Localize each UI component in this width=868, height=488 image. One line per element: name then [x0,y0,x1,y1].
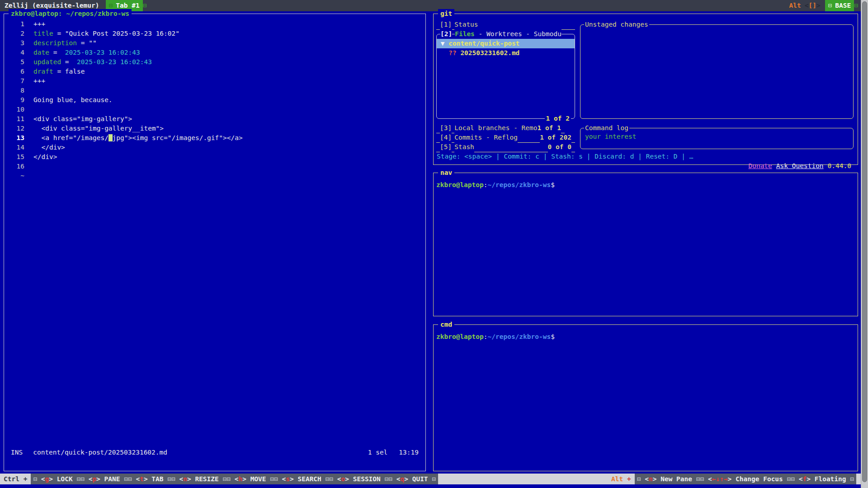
window-scrollbar[interactable] [861,0,868,488]
keybind-key: t [140,475,144,483]
line-number: 2 [8,29,24,38]
line-text: draft = false [33,67,85,76]
scrollbar-thumb[interactable] [862,1,867,482]
keybind-key: f [803,475,807,483]
editor-empty-line: ~ [4,171,425,181]
keybind-move[interactable]: <h> MOVE [231,474,270,484]
keybind-key: s [286,475,290,483]
git-section-status-index: [1] [440,20,452,29]
keybind-key: q [400,475,404,483]
keybind-key: n [649,475,653,483]
editor-line[interactable]: 3description = "" [4,38,425,48]
keybind-new-pane[interactable]: <n> New Pane [641,474,696,484]
keybind-change-focus[interactable]: <←↓↑→> Change Focus [704,474,787,484]
keybind-key: n [183,475,187,483]
git-section-status[interactable]: [1]Status [436,20,575,29]
separator-icon: ⊟ [700,474,704,484]
git-section-stash[interactable]: [5]Stash0 of 0 [436,142,575,152]
git-files-panel[interactable]: [2]Files - Worktrees - Submodu ▼ content… [436,34,575,119]
editor-line[interactable]: 2title = "Quick Post 2025-03-23 16:02" [4,29,425,38]
prompt-path: ~/repos/zkbro-ws [488,181,551,188]
editor-line[interactable]: 5updated = 2025-03-23 16:02:43 [4,57,425,67]
separator-icon: ⊟ [791,474,795,484]
git-file-tree-dir[interactable]: ▼ content/quick-post [437,39,575,48]
git-section-commits[interactable]: [4]Commits - Reflog1 of 202 [436,133,575,142]
git-section-stash-index: [5] [440,142,452,152]
git-file-status: ?? [437,48,460,58]
line-text: </div> [33,152,57,162]
line-number: 4 [8,48,24,57]
mode-badge-label: BASE [835,0,851,11]
separator-icon: ⊟ [854,0,858,11]
git-files-header[interactable]: [2]Files - Worktrees - Submodu [437,29,575,39]
git-section-local-branches[interactable]: [3]Local branches - Remo1 of 1 [436,123,575,133]
alt-keys-hint: <[]> [805,0,821,11]
nav-pane[interactable]: nav zkbro@laptop:~/repos/zkbro-ws$ [433,173,858,316]
editor-line[interactable]: 4date = 2025-03-23 16:02:43 [4,48,425,57]
cmd-shell-prompt[interactable]: zkbro@laptop:~/repos/zkbro-ws$ [434,325,858,342]
keybind-resize[interactable]: <n> RESIZE [175,474,223,484]
editor-line[interactable]: 11<div class="img-gallery"> [4,114,425,124]
git-file-tree-file[interactable]: ?? 202503231602.md [437,48,575,58]
nav-shell-prompt[interactable]: zkbro@laptop:~/repos/zkbro-ws$ [434,173,858,190]
keybind-tab[interactable]: <t> TAB [132,474,168,484]
ask-question-link[interactable]: Ask Question [776,162,824,169]
donate-link[interactable]: Donate [748,162,772,169]
line-number: 16 [8,162,24,171]
prompt-path: ~/repos/zkbro-ws [488,333,551,340]
separator-icon: ⊟ [385,474,389,484]
editor-line[interactable]: 1+++ [4,19,425,29]
git-section-stash-label: Stash [454,142,474,152]
separator-icon: ⊟ [329,474,333,484]
ctrl-keybind-group: ⊟ <g> LOCK ⊟⊟ <p> PANE ⊟⊟ <t> TAB ⊟⊟ <n>… [31,474,438,484]
separator-icon: ⊟ [326,474,330,484]
statusline-right: 1 sel13:19 [368,448,419,457]
git-unstaged-changes-panel[interactable]: Unstaged changes [580,24,854,119]
line-text: </div> [33,143,65,152]
editor-line[interactable]: 15</div> [4,152,425,162]
editor-line[interactable]: 10 [4,105,425,114]
separator-icon: ⊟ [696,474,700,484]
line-number: 9 [8,95,24,105]
editor-line[interactable]: 8 [4,86,425,95]
cmd-pane[interactable]: cmd zkbro@laptop:~/repos/zkbro-ws$ [433,324,858,471]
editor-line[interactable]: 12 <div class="img-gallery__item"> [4,124,425,133]
line-text: <div class="img-gallery__item"> [33,124,164,133]
git-section-files-label: Files - Worktrees - Submodu [455,29,561,39]
keybind-key: o [341,475,345,483]
git-pane[interactable]: git [1]Status [2]Files - Worktrees - Sub… [433,14,858,165]
keybind-session[interactable]: <o> SESSION [333,474,385,484]
line-text: description = "" [33,38,97,48]
alt-modifier-label: Alt [789,0,801,11]
keybind-quit[interactable]: <q> QUIT [392,474,432,484]
separator-icon: ⊟ [124,474,128,484]
line-text: +++ [33,76,45,86]
editor-line[interactable]: 7+++ [4,76,425,86]
cmd-pane-title: cmd [438,320,454,329]
editor-pane[interactable]: zkbro@laptop: ~/repos/zkbro-ws 1+++2titl… [4,14,426,471]
editor-line[interactable]: 16 [4,162,425,171]
editor-mode: INS [11,449,23,456]
separator-icon: ⊟ [270,474,274,484]
separator-icon: ⊟ [850,474,854,484]
editor-line[interactable]: 14 </div> [4,143,425,152]
nav-pane-title: nav [438,168,454,178]
alt-keybind-group: ⊟ <n> New Pane ⊟⊟ <←↓↑→> Change Focus ⊟⊟… [635,474,856,484]
editor-line[interactable]: 9Going blue, because. [4,95,425,105]
line-number: 12 [8,124,24,133]
git-section-branches-count: 1 of 1 [538,123,561,133]
git-section-branches-label: Local branches - Remo [454,123,537,133]
editor-line[interactable]: 6draft = false [4,67,425,76]
keybind-pane[interactable]: <p> PANE [85,474,124,484]
git-section-commits-index: [4] [440,133,452,142]
editor-line[interactable]: 13 <a href="/images/ jpg"><img src="/ima… [4,133,425,143]
keybind-lock[interactable]: <g> LOCK [37,474,76,484]
lazygit-version: 0.44.0 [828,162,851,169]
keybind-floating[interactable]: <f> Floating [795,474,850,484]
line-number: 7 [8,76,24,86]
git-section-commits-label: Commits - Reflog [454,133,518,142]
line-number: 11 [8,114,24,124]
editor-buffer[interactable]: 1+++2title = "Quick Post 2025-03-23 16:0… [4,14,425,181]
git-command-log-panel[interactable]: Command log your interest [580,128,854,149]
keybind-search[interactable]: <s> SEARCH [278,474,326,484]
